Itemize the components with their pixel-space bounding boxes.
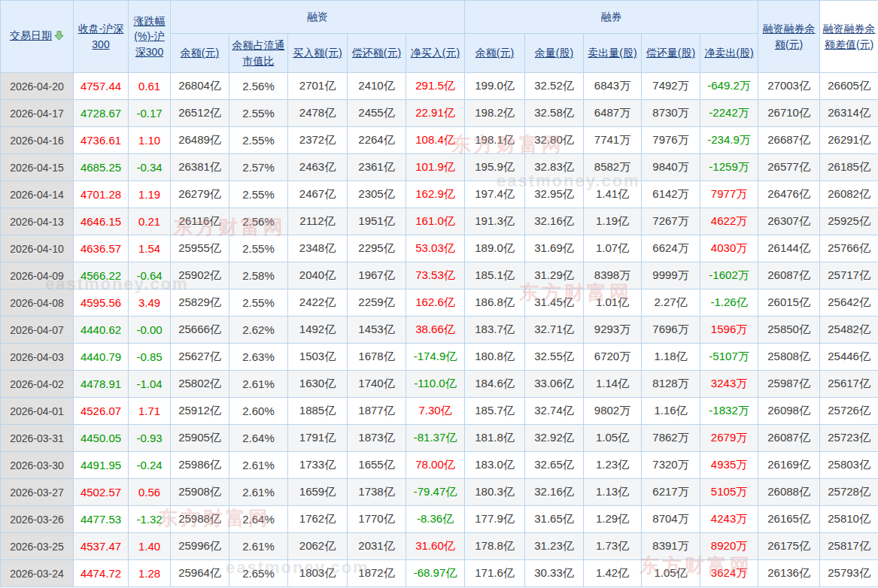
- value-cell: 32.71亿: [525, 317, 584, 344]
- value-cell: 6217万: [642, 479, 700, 506]
- value-cell: 7862万: [642, 425, 700, 452]
- value-cell: -110.0亿: [406, 371, 465, 398]
- value-cell: 2.56%: [229, 73, 288, 100]
- column-header-rz-balance[interactable]: 余额(元): [171, 34, 229, 73]
- trade-date-cell: 2026-03-26: [1, 506, 74, 533]
- column-header-change-pct[interactable]: 涨跌幅(%)-沪深300: [129, 1, 171, 73]
- column-header-rq-balance[interactable]: 余额(元): [465, 34, 525, 73]
- value-cell: 2.61%: [229, 479, 288, 506]
- table-row: 2026-04-074440.62-0.0025666亿2.62%1492亿14…: [1, 317, 878, 344]
- value-cell: 2478亿: [288, 100, 348, 127]
- trade-date-cell: 2026-04-14: [1, 181, 74, 208]
- value-cell: 25908亿: [171, 479, 229, 506]
- value-cell: -1.04: [129, 371, 171, 398]
- value-cell: 3.49: [129, 289, 171, 317]
- value-cell: 1.41亿: [584, 181, 642, 208]
- value-cell: 32.95亿: [525, 181, 584, 208]
- change-pct-label[interactable]: 涨跌幅(%)-沪深300: [134, 15, 166, 58]
- balance-diff-label[interactable]: 融资融券余额差值(元): [823, 23, 876, 50]
- table-body: 2026-04-204757.440.6126804亿2.56%2701亿241…: [1, 73, 878, 587]
- trade-date-cell: 2026-03-25: [1, 533, 74, 560]
- column-header-trade-date[interactable]: 交易日期: [1, 1, 74, 73]
- total-balance-label[interactable]: 融资融券余额(元): [763, 23, 816, 50]
- value-cell: 26512亿: [171, 100, 229, 127]
- value-cell: -0.64: [129, 262, 171, 289]
- column-header-rq-sell[interactable]: 卖出量(股): [584, 34, 642, 73]
- rz-net-buy-label[interactable]: 净买入(元): [411, 47, 460, 59]
- value-cell: 162.9亿: [406, 181, 465, 208]
- close-label[interactable]: 收盘-沪深300: [78, 23, 124, 50]
- rq-balance-label[interactable]: 余额(元): [475, 47, 514, 59]
- value-cell: 198.1亿: [465, 127, 525, 154]
- table-header: 交易日期 收盘-沪深300 涨跌幅(%)-沪深300 融资 融券 融资融券余额(…: [1, 1, 878, 73]
- value-cell: 2.61%: [229, 371, 288, 398]
- value-cell: -1.32: [129, 506, 171, 533]
- column-header-rq-net-sell[interactable]: 净卖出(股): [700, 34, 758, 73]
- value-cell: 2679万: [700, 425, 758, 452]
- value-cell: -0.85: [129, 344, 171, 371]
- rz-ratio-label[interactable]: 余额占流通市值比: [232, 39, 285, 66]
- sort-descending-icon[interactable]: [54, 29, 64, 44]
- trade-date-label[interactable]: 交易日期: [10, 29, 52, 41]
- value-cell: 7741万: [584, 127, 642, 154]
- value-cell: 178.8亿: [465, 533, 525, 560]
- value-cell: 25617亿: [820, 371, 878, 398]
- table-row: 2026-03-244474.721.2825964亿2.65%1803亿187…: [1, 560, 878, 587]
- value-cell: 6720万: [584, 344, 642, 371]
- trade-date-cell: 2026-04-08: [1, 289, 74, 317]
- value-cell: 2.55%: [229, 235, 288, 262]
- value-cell: 1.73亿: [584, 533, 642, 560]
- value-cell: 27003亿: [758, 73, 820, 100]
- value-cell: 2295亿: [348, 235, 406, 262]
- value-cell: 181.8亿: [465, 425, 525, 452]
- value-cell: 2467亿: [288, 181, 348, 208]
- trade-date-cell: 2026-04-03: [1, 344, 74, 371]
- value-cell: 2259亿: [348, 289, 406, 317]
- value-cell: 4935万: [700, 452, 758, 479]
- column-header-rz-ratio[interactable]: 余额占流通市值比: [229, 34, 288, 73]
- value-cell: 26279亿: [171, 181, 229, 208]
- rq-net-sell-label[interactable]: 净卖出(股): [704, 47, 753, 59]
- column-header-rq-repay[interactable]: 偿还量(股): [642, 34, 700, 73]
- value-cell: 26136亿: [758, 560, 820, 587]
- rq-repay-label[interactable]: 偿还量(股): [646, 47, 695, 59]
- column-header-close[interactable]: 收盘-沪深300: [74, 1, 129, 73]
- column-header-rz-net-buy[interactable]: 净买入(元): [406, 34, 465, 73]
- column-header-rz-buy[interactable]: 买入额(元): [288, 34, 348, 73]
- column-header-rq-volume[interactable]: 余量(股): [525, 34, 584, 73]
- column-header-total-balance[interactable]: 融资融券余额(元): [758, 1, 820, 73]
- rz-buy-label[interactable]: 买入额(元): [293, 47, 342, 59]
- value-cell: 25642亿: [820, 289, 878, 317]
- rq-sell-label[interactable]: 卖出量(股): [588, 47, 636, 59]
- value-cell: 1.71: [129, 398, 171, 425]
- rz-repay-label[interactable]: 偿还额(元): [352, 47, 401, 59]
- value-cell: 26087亿: [758, 425, 820, 452]
- rq-volume-label[interactable]: 余量(股): [535, 47, 573, 59]
- group-header-securities-lending: 融券: [465, 1, 758, 34]
- value-cell: 4030万: [700, 235, 758, 262]
- value-cell: 73.53亿: [406, 262, 465, 289]
- value-cell: 2.64%: [229, 425, 288, 452]
- value-cell: 1.42亿: [584, 560, 642, 587]
- column-header-rz-repay[interactable]: 偿还额(元): [348, 34, 406, 73]
- value-cell: 2.63%: [229, 344, 288, 371]
- value-cell: 30.33亿: [525, 560, 584, 587]
- value-cell: 2.57%: [229, 154, 288, 181]
- value-cell: 177.9亿: [465, 506, 525, 533]
- table-row: 2026-04-084595.563.4925829亿2.55%2422亿225…: [1, 289, 878, 317]
- value-cell: 2463亿: [288, 154, 348, 181]
- value-cell: 7492万: [642, 73, 700, 100]
- value-cell: 4440.62: [74, 317, 129, 344]
- column-header-balance-diff[interactable]: 融资融券余额差值(元): [820, 1, 878, 73]
- value-cell: -5107万: [700, 344, 758, 371]
- value-cell: 2.55%: [229, 181, 288, 208]
- value-cell: 33.06亿: [525, 371, 584, 398]
- value-cell: 185.1亿: [465, 262, 525, 289]
- rz-balance-label[interactable]: 余额(元): [181, 47, 219, 59]
- value-cell: 183.7亿: [465, 317, 525, 344]
- value-cell: 7976万: [642, 127, 700, 154]
- value-cell: 2.64%: [229, 506, 288, 533]
- value-cell: -68.97亿: [406, 560, 465, 587]
- value-cell: 2.61%: [229, 452, 288, 479]
- value-cell: 189.0亿: [465, 235, 525, 262]
